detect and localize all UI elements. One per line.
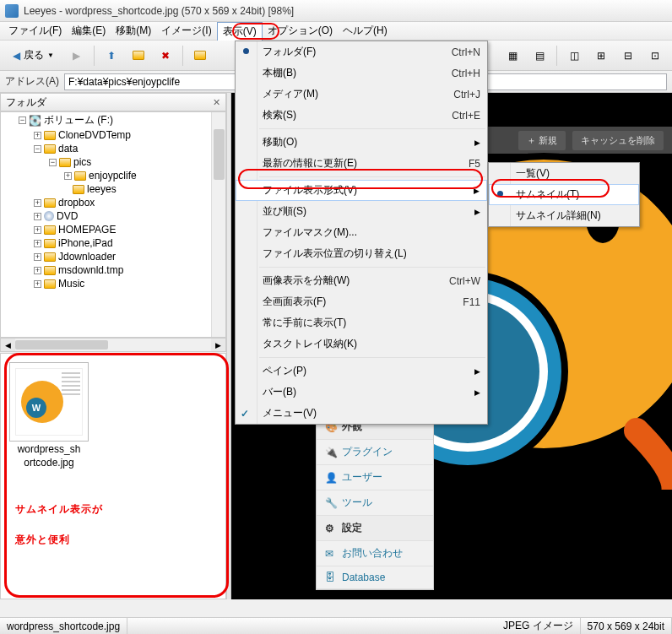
expand-icon[interactable]: +	[34, 132, 41, 139]
expand-icon[interactable]: +	[34, 240, 41, 247]
expand-icon[interactable]: +	[34, 213, 41, 220]
tree-item[interactable]: −data	[1, 142, 225, 155]
folder-icon	[44, 198, 56, 208]
wp-item[interactable]: ⚙設定	[317, 516, 433, 541]
close-icon[interactable]: ✕	[213, 97, 220, 108]
toolbar-btn[interactable]	[188, 44, 212, 68]
scrollbar-thumb[interactable]	[214, 129, 225, 180]
collapse-icon[interactable]: −	[49, 159, 57, 166]
tree-label: Music	[58, 278, 84, 290]
wp-item[interactable]: 👤ユーザー	[317, 465, 433, 490]
menu-label: バー(B)	[263, 385, 296, 399]
expand-icon[interactable]: +	[34, 253, 41, 261]
menu-move[interactable]: 移動(M)	[111, 22, 156, 40]
expand-icon[interactable]: +	[64, 172, 72, 180]
menu-item-detach[interactable]: 画像表示を分離(W)Ctrl+W	[236, 270, 487, 291]
submenu-arrow-icon: ▶	[474, 138, 480, 147]
toolbar-btn[interactable]: ▤	[528, 44, 551, 68]
wp-item[interactable]: 🔌プラグイン	[317, 440, 433, 465]
tree-item[interactable]: +dropbox	[1, 196, 225, 209]
submenu-item-thumbnail-detail[interactable]: サムネイル詳細(N)	[489, 205, 639, 226]
scroll-left-icon[interactable]: ◀	[1, 339, 15, 351]
menu-edit[interactable]: 編集(E)	[67, 22, 111, 40]
tree-item[interactable]: +CloneDVDTemp	[1, 128, 225, 142]
menu-label: 並び順(S)	[263, 204, 306, 219]
tree-item[interactable]: +iPhone,iPad	[1, 236, 225, 250]
menu-help[interactable]: ヘルプ(H)	[338, 22, 393, 40]
menu-view[interactable]: 表示(V)	[217, 22, 263, 41]
up-button[interactable]: ⬆	[100, 44, 123, 68]
tree-scrollbar[interactable]	[211, 112, 225, 337]
menu-item-bar[interactable]: バー(B)▶	[236, 382, 487, 403]
scroll-right-icon[interactable]: ▶	[211, 339, 225, 351]
wp-item[interactable]: 🔧ツール	[317, 490, 433, 516]
toolbar-btn[interactable]	[127, 44, 150, 68]
menu-item-pane[interactable]: ペイン(P)▶	[236, 360, 487, 382]
collapse-icon[interactable]: −	[19, 117, 26, 124]
wp-item[interactable]: ✉お問い合わせ	[317, 541, 433, 566]
menu-separator	[259, 176, 485, 177]
menu-label: ファイルマスク(M)...	[263, 225, 357, 240]
forward-button[interactable]: ▶	[65, 44, 89, 68]
expand-icon[interactable]: +	[34, 226, 41, 234]
tree-item[interactable]: +msdownld.tmp	[1, 263, 225, 277]
menu-item-tasktray[interactable]: タスクトレイ収納(K)	[236, 333, 487, 355]
toolbar-btn[interactable]: ◫	[562, 44, 586, 68]
menu-item-folder[interactable]: フォルダ(F)Ctrl+N	[236, 41, 487, 62]
toolbar-btn[interactable]: ✖	[154, 44, 177, 68]
scrollbar-thumb[interactable]	[15, 340, 108, 350]
grid-icon: ▤	[535, 50, 545, 62]
menu-item-sort[interactable]: 並び順(S)▶	[236, 201, 487, 222]
toolbar-btn[interactable]: ▦	[501, 44, 524, 68]
menu-item-fullscreen[interactable]: 全画面表示(F)F11	[236, 291, 487, 312]
menu-item-display-format[interactable]: ファイル表示形式(V)▶	[236, 180, 487, 201]
tree-item[interactable]: +enjoypclife	[1, 169, 225, 182]
tree-h-scrollbar[interactable]: ◀ ▶	[0, 338, 226, 352]
expand-icon[interactable]: +	[34, 267, 41, 274]
menu-item-filemask[interactable]: ファイルマスク(M)...	[236, 222, 487, 243]
menu-item-swap-pos[interactable]: ファイル表示位置の切り替え(L)	[236, 243, 487, 264]
menu-label: メニュー(V)	[263, 406, 317, 420]
folder-tree[interactable]: −💽ボリューム (F:) +CloneDVDTemp −data −pics +…	[0, 111, 226, 338]
expand-icon[interactable]: +	[34, 199, 41, 207]
tree-item[interactable]: +Music	[1, 277, 225, 290]
radio-icon	[243, 48, 249, 54]
status-filename: wordpress_shortcode.jpg	[0, 618, 127, 634]
wp-label: プラグイン	[342, 445, 393, 459]
submenu-item-list[interactable]: 一覧(V)	[489, 163, 639, 184]
toolbar-btn[interactable]: ⊡	[643, 44, 667, 68]
menu-option[interactable]: オプション(O)	[263, 22, 338, 40]
folder-icon	[44, 252, 56, 262]
menu-label: 最新の情報に更新(E)	[263, 156, 357, 171]
tree-item[interactable]: leeyes	[1, 182, 225, 196]
expand-icon[interactable]: +	[34, 280, 41, 288]
toolbar-btn[interactable]: ⊞	[589, 44, 613, 68]
menu-item-moveto[interactable]: 移動(O)▶	[236, 132, 487, 153]
toolbar-btn[interactable]: ⊟	[616, 44, 640, 68]
menu-item-refresh[interactable]: 最新の情報に更新(E)F5	[236, 153, 487, 174]
collapse-icon[interactable]: −	[34, 145, 41, 153]
tree-item[interactable]: −💽ボリューム (F:)	[1, 112, 225, 128]
menu-item-bookshelf[interactable]: 本棚(B)Ctrl+H	[236, 62, 487, 84]
back-label: 戻る	[24, 48, 44, 62]
submenu-item-thumbnail[interactable]: サムネイル(T)	[489, 184, 639, 205]
wp-label: お問い合わせ	[342, 546, 403, 561]
folder-icon	[44, 239, 56, 248]
thumbnail-item[interactable]: W wordpress_shortcode.jpg	[9, 362, 89, 469]
menu-label: ファイル表示形式(V)	[263, 183, 357, 198]
menu-file[interactable]: ファイル(F)	[3, 22, 67, 40]
tree-item[interactable]: +Jdownloader	[1, 250, 225, 263]
tree-label: CloneDVDTemp	[58, 129, 131, 141]
wp-item[interactable]: 🗄Database	[317, 566, 433, 589]
menu-item-always-top[interactable]: 常に手前に表示(T)	[236, 312, 487, 333]
menu-label: サムネイル詳細(N)	[516, 209, 601, 221]
menu-item-media[interactable]: メディア(M)Ctrl+J	[236, 84, 487, 105]
menu-item-search[interactable]: 検索(S)Ctrl+E	[236, 105, 487, 126]
tree-item[interactable]: +HOMEPAGE	[1, 223, 225, 236]
menu-shortcut: Ctrl+N	[452, 46, 480, 58]
menu-image[interactable]: イメージ(I)	[156, 22, 216, 40]
tree-item[interactable]: +DVD	[1, 209, 225, 223]
tree-item[interactable]: −pics	[1, 155, 225, 169]
menu-item-menu[interactable]: ✓メニュー(V)	[236, 403, 487, 424]
back-button[interactable]: ◀ 戻る ▼	[5, 44, 62, 68]
